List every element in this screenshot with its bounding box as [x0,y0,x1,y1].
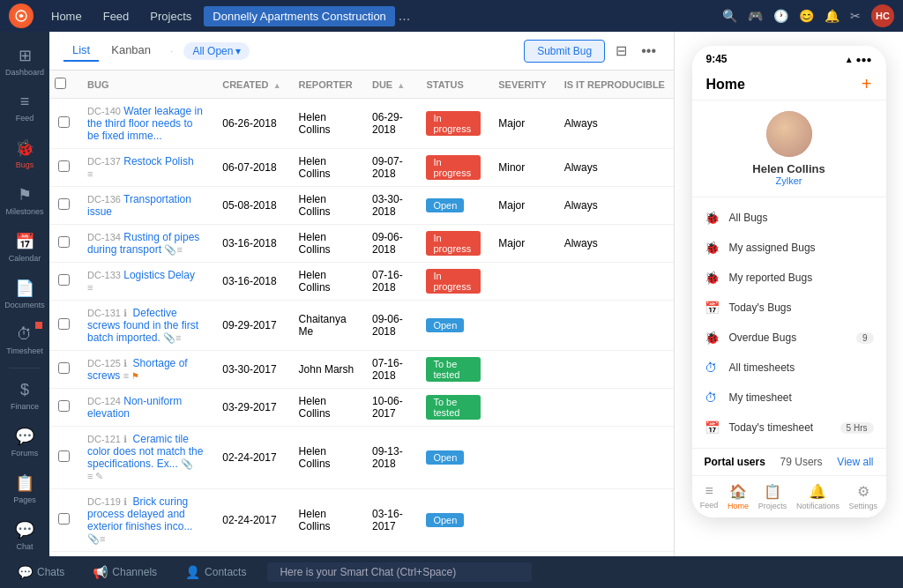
phone-portal-users: Portal users 79 Users View all [692,448,886,475]
overdue-bugs-icon: 🐞 [705,331,720,345]
submit-bug-button[interactable]: Submit Bug [524,40,605,63]
bottom-tab-chats[interactable]: 💬 Chats [11,562,71,583]
phone-nav-home[interactable]: 🏠 Home [728,483,749,510]
bug-created-cell: 03-29-2017 [213,389,289,427]
select-all-checkbox[interactable] [55,78,66,89]
bug-info-cell: DC-133 Logistics Delay ≡ [78,263,213,301]
phone-nav-feed-label: Feed [700,501,719,510]
row-checkbox[interactable] [58,400,70,412]
phone-nav-projects[interactable]: 📋 Projects [758,483,787,510]
bug-id: DC-134 [87,232,121,242]
phone-menu-overdue-bugs[interactable]: 🐞 Overdue Bugs 9 [692,323,886,353]
row-checkbox[interactable] [58,160,70,172]
bug-id: DC-124 [87,396,121,406]
bell-icon[interactable]: 🔔 [825,9,840,23]
tab-list[interactable]: List [63,40,99,62]
sidebar-item-timesheet[interactable]: ⏱ Timesheet [4,318,46,362]
phone-menu-todays-bugs[interactable]: 📅 Today's Bugs [692,293,886,323]
nav-home[interactable]: Home [42,6,91,26]
tab-kanban[interactable]: Kanban [102,40,160,62]
status-badge: Open [426,198,464,212]
search-icon[interactable]: 🔍 [722,9,737,23]
sidebar-item-dashboard[interactable]: ⊞ Dashboard [4,39,46,84]
col-due[interactable]: DUE ▲ [363,71,417,99]
smart-chat-input[interactable]: Here is your Smart Chat (Ctrl+Space) [267,562,532,582]
portal-view-all[interactable]: View all [837,456,873,468]
games-icon[interactable]: 🎮 [748,9,763,23]
row-checkbox-cell [49,225,78,263]
main-layout: ⊞ Dashboard ≡ Feed 🐞 Bugs ⚑ Milestones 📅… [0,32,903,556]
chat-icon: ≡ [123,370,129,381]
phone-menu-my-assigned-bugs[interactable]: 🐞 My assigned Bugs [692,233,886,263]
phone-menu-my-timesheet[interactable]: ⏱ My timesheet [692,383,886,413]
bug-status-cell: Open [417,427,489,489]
bug-info-cell: DC-134 Rusting of pipes during transport… [78,225,213,263]
row-checkbox[interactable] [58,513,70,525]
sidebar-item-calendar[interactable]: 📅 Calendar [4,225,46,270]
bug-id: DC-125 [87,358,121,368]
status-badge: Open [426,513,464,527]
sidebar-item-milestones[interactable]: ⚑ Milestones [4,178,46,223]
filter-icon-button[interactable]: ⊟ [612,39,631,63]
row-checkbox-cell [49,99,78,149]
row-checkbox[interactable] [58,318,70,330]
app-logo[interactable] [9,4,34,28]
phone-nav-notifications[interactable]: 🔔 Notifications [796,483,840,510]
clock-icon[interactable]: 🕐 [773,9,788,23]
nav-projects[interactable]: Projects [141,6,200,26]
phone-nav-feed[interactable]: ≡ Feed [700,483,719,510]
top-nav-items: Home Feed Projects Donnelly Apartments C… [42,6,410,26]
nav-more[interactable]: ... [399,8,410,24]
col-created[interactable]: CREATED ▲ [213,71,289,99]
nav-feed[interactable]: Feed [94,6,138,26]
user-avatar[interactable]: HC [871,4,894,27]
milestones-icon: ⚑ [18,185,32,205]
sidebar-item-documents[interactable]: 📄 Documents [4,272,46,316]
chat-icon: ≡ [176,244,182,255]
more-options-button[interactable]: ••• [638,40,660,63]
sidebar-item-finance[interactable]: $ Finance [4,374,46,418]
phone-menu-all-timesheets[interactable]: ⏱ All timesheets [692,353,886,383]
sidebar-item-chat[interactable]: 💬 Chat [4,513,46,556]
header-right: Submit Bug ⊟ ••• [524,39,660,63]
row-checkbox[interactable] [58,362,70,374]
table-row: DC-133 Logistics Delay ≡ 03-16-2018 Hele… [49,263,674,301]
attach-icon: 📎 [181,458,193,469]
sidebar-item-feed[interactable]: ≡ Feed [4,86,46,130]
status-badge: In progress [426,231,481,256]
bug-due-cell: 09-07-2018 [363,149,417,187]
feed-icon: ≡ [20,93,30,111]
view-separator: · [170,45,173,57]
bug-created-cell: 03-16-2018 [213,225,289,263]
row-checkbox-cell [49,187,78,225]
bug-title-link[interactable]: Logistics Delay [123,269,195,281]
sidebar-item-bugs[interactable]: 🐞 Bugs [4,131,46,176]
row-checkbox[interactable] [58,236,70,248]
bug-due-cell: 09-06-2018 [363,301,417,351]
row-checkbox[interactable] [58,116,70,128]
portal-users-count: 79 Users [780,456,823,468]
sidebar-item-forums[interactable]: 💬 Forums [4,420,46,465]
phone-menu-todays-timesheet[interactable]: 📅 Today's timesheet 5 Hrs [692,413,886,443]
row-checkbox[interactable] [58,198,70,210]
bottom-tab-contacts[interactable]: 👤 Contacts [178,562,253,583]
phone-menu-my-reported-bugs[interactable]: 🐞 My reported Bugs [692,263,886,293]
my-assigned-bugs-label: My assigned Bugs [729,242,816,254]
nav-current-project[interactable]: Donnelly Apartments Construction [204,6,395,26]
phone-menu-all-bugs[interactable]: 🐞 All Bugs [692,203,886,233]
forums-icon: 💬 [15,427,34,446]
phone-add-button[interactable]: + [862,74,872,94]
all-bugs-label: All Bugs [729,212,768,224]
phone-mockup: 9:45 ▲ ●●● Home + Helen Collins Zylker 🐞 [692,46,886,517]
channels-label: Channels [112,566,157,578]
my-reported-bugs-icon: 🐞 [705,271,720,285]
sidebar-item-pages[interactable]: 📋 Pages [4,466,46,511]
phone-nav-settings[interactable]: ⚙ Settings [849,483,878,510]
filter-button[interactable]: All Open ▾ [183,42,250,60]
row-checkbox[interactable] [58,450,70,462]
emoji-icon[interactable]: 😊 [799,9,814,23]
bottom-tab-channels[interactable]: 📢 Channels [86,562,164,583]
bug-title-link[interactable]: Restock Polish [123,155,193,167]
tool-icon[interactable]: ✂ [850,9,861,23]
row-checkbox[interactable] [58,274,70,286]
